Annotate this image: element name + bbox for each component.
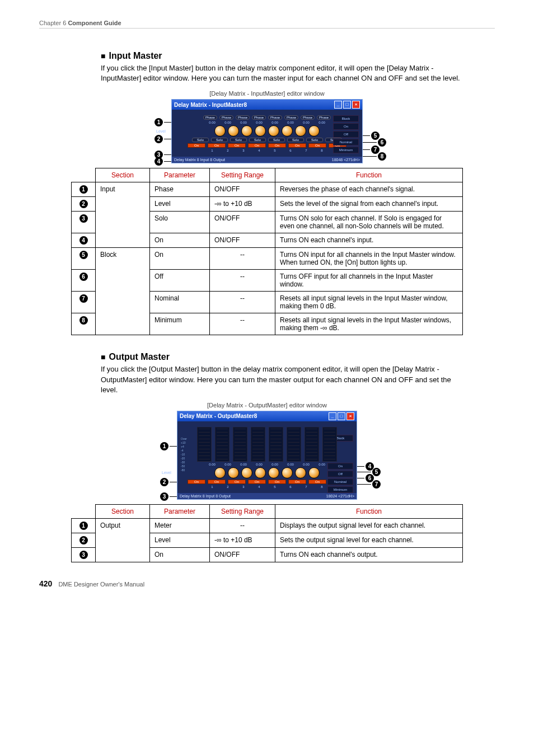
marker-4: 4	[154, 157, 163, 166]
close-icon[interactable]: ×	[352, 101, 360, 109]
editor-window-input: Delay Matrix - InputMaster8 _□× Block On…	[171, 99, 363, 163]
marker-8: 8	[378, 152, 386, 161]
col-section: Section	[96, 504, 150, 518]
cell-section: Output	[96, 518, 150, 562]
marker-2: 2	[154, 135, 163, 143]
phase-button[interactable]: Phase	[268, 115, 282, 120]
cell-range: --	[210, 518, 275, 533]
phase-button[interactable]: Phase	[301, 115, 315, 120]
window-buttons: _□×	[327, 412, 354, 420]
window-titlebar[interactable]: Delay Matrix - InputMaster8 _□×	[172, 100, 362, 110]
cell-function: Reverses the phase of each channel's sig…	[275, 182, 463, 197]
level-label: Level	[162, 471, 171, 475]
level-knob[interactable]	[295, 125, 306, 137]
marker-2: 2	[160, 478, 168, 486]
level-knob[interactable]	[214, 467, 226, 478]
level-knob[interactable]	[255, 125, 266, 137]
chapter-title: Component Guide	[68, 20, 121, 26]
marker-1: 1	[79, 522, 88, 530]
minimize-icon[interactable]: _	[329, 412, 336, 420]
window-statusbar: Delay Matrix 8 Input 8 Output 18048 <271…	[172, 157, 362, 163]
marker-1: 1	[154, 118, 163, 126]
on-row: On On On On On On On On	[182, 480, 352, 484]
status-left: Delay Matrix 8 Input 8 Output	[174, 158, 225, 162]
knob-row: Level	[182, 467, 352, 478]
phase-button[interactable]: Phase	[219, 115, 233, 120]
value-row: 0.00 0.00 0.00 0.00 0.00 0.00 0.00 0.00	[176, 121, 358, 124]
meter-row	[182, 427, 352, 462]
value-row: 0.00 0.00 0.00 0.00 0.00 0.00 0.00 0.00	[182, 463, 352, 466]
status-right: 18024 <271dH>	[326, 494, 354, 498]
close-icon[interactable]: ×	[346, 412, 354, 420]
on-row: On On On On On On On On	[176, 143, 358, 148]
phase-button[interactable]: Phase	[252, 115, 266, 120]
marker-2: 2	[79, 536, 88, 544]
level-knob[interactable]	[228, 125, 239, 137]
marker-3: 3	[79, 214, 88, 223]
window-title: Delay Matrix - OutputMaster8	[180, 413, 257, 419]
cell-parameter: Phase	[150, 182, 210, 197]
output-master-heading: ■Output Master	[101, 352, 495, 362]
marker-8: 8	[79, 316, 88, 325]
block-minimum-button[interactable]: Minimum	[333, 147, 359, 153]
marker-4: 4	[79, 236, 88, 245]
col-range: Setting Range	[210, 504, 275, 518]
chapter-prefix: Chapter 6	[39, 20, 68, 26]
status-left: Delay Matrix 8 Input 8 Output	[180, 494, 231, 498]
block-nominal-button[interactable]: Nominal	[327, 478, 353, 485]
col-function: Function	[275, 504, 463, 518]
phase-button[interactable]: Phase	[203, 115, 217, 120]
solo-button[interactable]: Solo	[192, 138, 209, 142]
window-title: Delay Matrix - InputMaster8	[174, 102, 247, 108]
window-buttons: _□×	[333, 101, 360, 109]
input-master-heading: ■Input Master	[101, 51, 495, 61]
col-function: Function	[275, 168, 463, 182]
output-meter	[197, 427, 212, 462]
input-master-body: If you click the [Input Master] button i…	[101, 63, 467, 83]
level-knob[interactable]	[268, 125, 279, 137]
maximize-icon[interactable]: □	[338, 412, 345, 420]
heading-text: Output Master	[109, 352, 169, 361]
marker-3: 3	[79, 551, 88, 559]
marker-7: 7	[372, 480, 381, 489]
minimize-icon[interactable]: _	[334, 101, 342, 109]
chapter-heading: Chapter 6 Component Guide	[39, 20, 495, 29]
phase-button[interactable]: Phase	[236, 115, 250, 120]
marker-5: 5	[79, 251, 88, 259]
col-parameter: Parameter	[150, 504, 210, 518]
page-footer: 420 DME Designer Owner's Manual	[39, 579, 495, 588]
figure-caption-input: [Delay Matrix - InputMaster] editor wind…	[39, 90, 495, 97]
window-titlebar[interactable]: Delay Matrix - OutputMaster8 _□×	[177, 411, 357, 421]
level-knob[interactable]	[308, 125, 320, 137]
marker-7: 7	[79, 294, 88, 303]
chnum-row: 12345678	[182, 485, 352, 489]
manual-title: DME Designer Owner's Manual	[58, 581, 144, 588]
col-range: Setting Range	[210, 168, 275, 182]
bullet-square: ■	[101, 353, 105, 361]
phase-button[interactable]: Phase	[317, 115, 331, 120]
marker-1: 1	[160, 442, 168, 450]
heading-text: Input Master	[109, 51, 162, 60]
status-right: 18048 <271dH>	[332, 158, 360, 162]
cell-section: Input	[96, 182, 150, 248]
knob-row: Level	[176, 125, 358, 137]
on-button[interactable]: On	[188, 480, 205, 484]
phase-button[interactable]: Phase	[284, 115, 298, 120]
output-master-body: If you click the [Output Master] button …	[101, 364, 467, 395]
block-title: Block	[333, 115, 359, 122]
level-knob[interactable]	[241, 125, 252, 137]
marker-3: 3	[160, 492, 168, 501]
block-nominal-button[interactable]: Nominal	[333, 139, 359, 145]
block-minimum-button[interactable]: Minimum	[327, 486, 353, 493]
level-knob[interactable]	[214, 125, 226, 137]
maximize-icon[interactable]: □	[343, 101, 351, 109]
marker-1: 1	[79, 185, 88, 194]
phase-row: Phase Phase Phase Phase Phase Phase Phas…	[176, 115, 358, 120]
level-value: 0.00	[205, 121, 219, 124]
chnum-row: 12345678	[176, 149, 358, 152]
parameter-table-output: Section Parameter Setting Range Function…	[71, 504, 463, 562]
on-button[interactable]: On	[188, 143, 205, 148]
level-knob[interactable]	[282, 125, 293, 137]
parameter-table-input: Section Parameter Setting Range Function…	[71, 168, 463, 335]
col-section: Section	[96, 168, 150, 182]
